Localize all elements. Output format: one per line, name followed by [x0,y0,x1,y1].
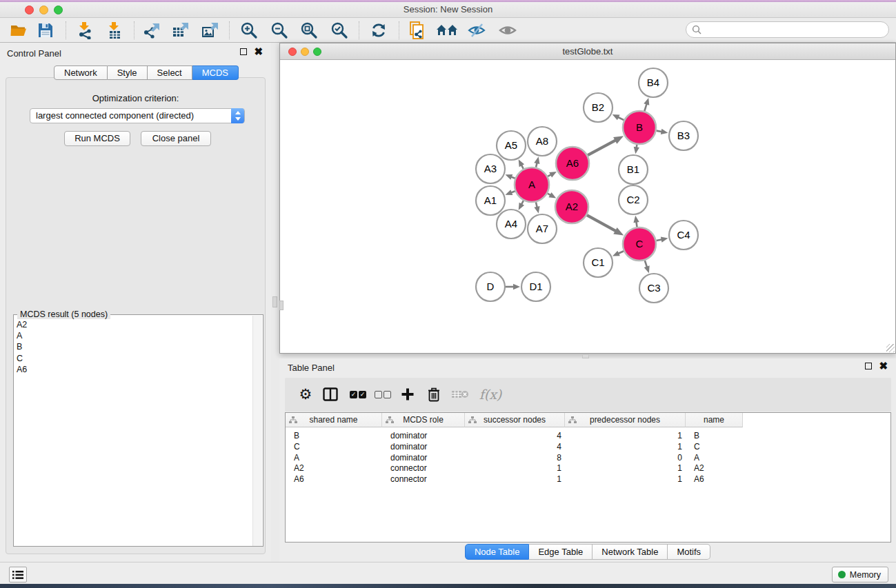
table-cell[interactable]: B [694,430,739,441]
deselect-checks-icon[interactable] [372,384,394,405]
table-row[interactable]: A6connector11A6 [286,474,890,485]
memory-button[interactable]: Memory [832,567,888,582]
mcds-result-item[interactable]: A2 [17,319,252,330]
close-table-panel-icon[interactable]: ✖ [879,363,888,369]
table-cell[interactable]: 1 [568,474,682,485]
tab-select[interactable]: Select [148,65,192,80]
gear-icon[interactable]: ⚙ [295,384,317,405]
export-table-icon[interactable] [168,20,192,41]
close-window-button[interactable] [25,6,34,14]
zoom-fit-icon[interactable] [297,20,321,41]
network-maximize-button[interactable] [313,48,321,56]
delete-table-icon [449,384,471,405]
column-header-predecessor-nodes[interactable]: predecessor nodes [565,413,686,427]
table-cell[interactable]: C [294,441,377,452]
hide-selected-icon[interactable] [464,20,489,41]
mcds-result-item[interactable]: A [17,330,252,341]
column-header-name[interactable]: name [686,413,743,427]
tab-style[interactable]: Style [108,65,148,80]
table-row[interactable]: Cdominator41C [286,441,890,452]
graph-edge[interactable] [588,140,616,155]
delete-icon[interactable] [423,384,445,405]
column-header-successor-nodes[interactable]: successor nodes [465,413,565,427]
split-column-icon[interactable] [319,384,341,405]
close-panel-button[interactable]: Close panel [141,131,211,146]
table-cell[interactable]: 0 [568,452,682,463]
network-left-handle[interactable] [279,301,283,310]
table-cell[interactable]: A6 [694,474,739,485]
tab-network[interactable]: Network [54,65,108,80]
network-window-titlebar[interactable]: testGlobe.txt [280,43,895,60]
save-icon[interactable] [33,20,58,41]
zoom-selected-icon[interactable] [327,20,352,41]
network-close-button[interactable] [288,48,297,56]
table-cell[interactable]: A6 [294,474,377,485]
table-cell[interactable]: 4 [468,430,561,441]
tab-motifs[interactable]: Motifs [668,544,710,560]
table-cell[interactable]: C [694,441,739,452]
column-header-mcds-role[interactable]: MCDS role [382,413,465,427]
table-cell[interactable]: 1 [468,474,561,485]
table-cell[interactable]: 1 [468,463,561,474]
table-cell[interactable]: A [694,452,739,463]
float-table-panel-icon[interactable] [865,363,872,369]
table-cell[interactable]: B [294,430,377,441]
optimization-criterion-select[interactable]: largest connected component (directed) [30,108,245,123]
table-cell[interactable]: 1 [568,441,682,452]
table-cell[interactable]: dominator [390,452,459,463]
zoom-in-icon[interactable] [237,20,261,41]
export-network-icon[interactable] [139,20,163,41]
graph-node-label: B [636,121,643,133]
import-table-icon[interactable] [102,20,127,41]
mcds-result-scrollbar[interactable] [252,316,262,546]
mcds-result-item[interactable]: A6 [17,364,252,375]
column-header-shared-name[interactable]: shared name [286,413,382,427]
maximize-window-button[interactable] [54,6,63,14]
table-cell[interactable]: 1 [568,430,682,441]
open-folder-icon[interactable] [6,20,31,41]
new-network-from-selection-icon[interactable] [405,20,430,41]
table-panel-window-buttons: ✖ [865,363,888,369]
graph-edge[interactable] [587,215,617,232]
table-cell[interactable]: dominator [390,441,459,452]
search-input-field[interactable] [705,25,877,34]
table-cell[interactable]: 4 [468,441,561,452]
graph-edge-arrow [534,156,539,164]
table-cell[interactable]: A2 [694,463,739,474]
tab-node-table[interactable]: Node Table [465,544,530,560]
table-cell[interactable]: 8 [468,452,561,463]
close-panel-icon[interactable]: ✖ [254,48,263,55]
add-icon[interactable] [397,384,419,405]
minimize-window-button[interactable] [39,6,48,14]
network-minimize-button[interactable] [301,48,309,56]
vertical-split-handle[interactable] [272,296,277,307]
network-graph-canvas[interactable]: B4B2BB3A5A8A6B1A3AC2A1A2A4A7C4CC1C3DD1 [280,60,895,353]
table-cell[interactable]: A [294,452,377,463]
mcds-result-item[interactable]: C [17,353,252,364]
tab-edge-table[interactable]: Edge Table [529,544,593,560]
table-cell[interactable]: A2 [294,463,377,474]
table-cell[interactable]: dominator [390,430,459,441]
network-resize-grip[interactable] [886,344,895,352]
float-panel-icon[interactable] [240,48,247,55]
zoom-out-icon[interactable] [267,20,292,41]
refresh-icon[interactable] [366,20,391,41]
table-cell[interactable]: connector [390,463,459,474]
tab-mcds[interactable]: MCDS [192,65,239,80]
export-image-icon[interactable] [197,20,222,41]
first-neighbors-icon[interactable] [435,20,459,41]
table-cell[interactable]: 1 [568,463,682,474]
import-network-icon[interactable] [72,20,97,41]
search-input[interactable] [686,21,889,38]
mcds-result-item[interactable]: B [17,341,252,352]
table-row[interactable]: A2connector11A2 [286,463,890,474]
show-all-icon[interactable] [495,20,520,41]
table-row[interactable]: Bdominator41B [286,430,890,441]
table-row[interactable]: Adominator80A [286,452,890,463]
tab-network-table[interactable]: Network Table [593,544,668,560]
select-all-checks-icon[interactable]: ✓✓ [347,384,369,405]
table-cell[interactable]: connector [390,474,459,485]
mcds-result-list[interactable]: A2ABCA6 [15,319,252,375]
run-mcds-button[interactable]: Run MCDS [64,131,130,146]
task-history-button[interactable] [9,567,27,582]
